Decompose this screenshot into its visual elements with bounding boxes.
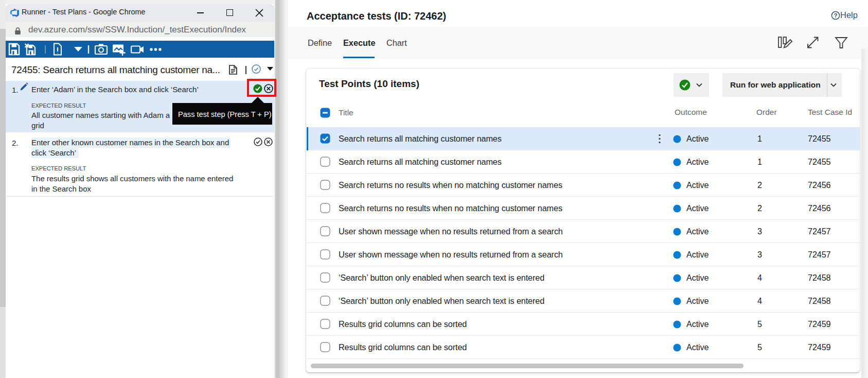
svg-text:?: ? <box>834 12 837 19</box>
